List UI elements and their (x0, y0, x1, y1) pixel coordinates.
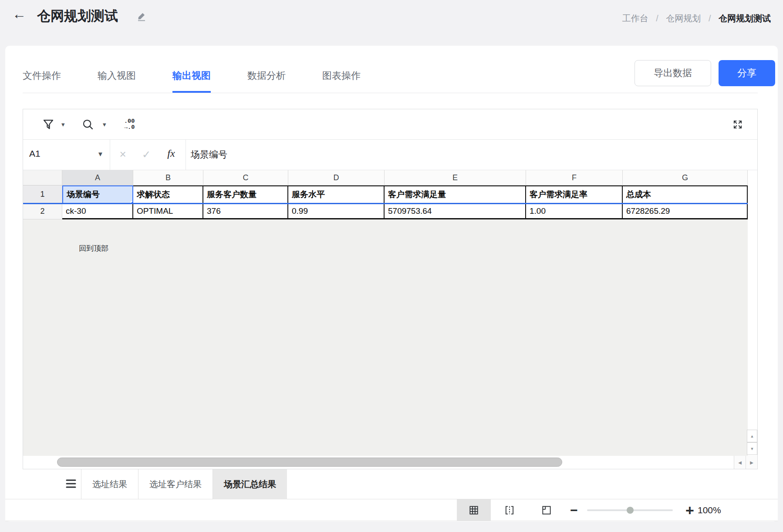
cell-B1[interactable]: 求解状态 (133, 185, 203, 204)
sheet-toolbar: ▾ ▾ .00 →.0 (23, 109, 757, 140)
cell-F2[interactable]: 1.00 (526, 204, 623, 219)
tab-input-view[interactable]: 输入视图 (98, 69, 136, 93)
tab-file-operations[interactable]: 文件操作 (23, 69, 61, 93)
sheet-tab-scenario-summary[interactable]: 场景汇总结果 (213, 469, 287, 499)
cell-G1[interactable]: 总成本 (623, 185, 748, 204)
formula-content: 场景编号 (191, 148, 227, 161)
column-header-G[interactable]: G (623, 170, 748, 185)
horizontal-scrollbar: ◀ ▶ (23, 456, 757, 469)
fullscreen-icon[interactable] (732, 109, 743, 140)
formula-separator (186, 140, 186, 170)
scroll-right-icon[interactable]: ▶ (746, 456, 757, 469)
breadcrumb: 工作台 / 仓网规划 / 仓网规划测试 (622, 13, 771, 24)
cell-C1[interactable]: 服务客户数量 (203, 185, 288, 204)
breadcrumb-workbench[interactable]: 工作台 (622, 13, 648, 23)
page-title: 仓网规划测试 (37, 7, 118, 25)
formula-cancel-icon[interactable]: × (116, 148, 129, 161)
select-all-corner[interactable] (23, 170, 62, 185)
breadcrumb-warehouse-planning[interactable]: 仓网规划 (666, 13, 701, 23)
scroll-down-icon[interactable]: ▼ (747, 442, 757, 455)
search-dropdown-icon[interactable]: ▾ (103, 109, 106, 140)
filter-dropdown-icon[interactable]: ▾ (61, 109, 65, 140)
number-format-line2: →.0 (124, 125, 135, 131)
back-to-top-link[interactable]: 回到顶部 (79, 243, 108, 253)
sheet-tab-bar: 选址结果 选址客户结果 场景汇总结果 (5, 469, 778, 499)
sheet-right-gutter: ▲ ▼ (748, 170, 757, 457)
back-button[interactable]: ← (12, 7, 26, 21)
tab-output-view[interactable]: 输出视图 (172, 69, 211, 93)
sheet-tabs: 选址结果 选址客户结果 场景汇总结果 (81, 469, 287, 499)
cell-E2[interactable]: 5709753.64 (385, 204, 526, 219)
row-header-2[interactable]: 2 (23, 204, 62, 219)
breadcrumb-separator: / (656, 13, 658, 23)
horizontal-scrollbar-thumb[interactable] (57, 458, 562, 467)
share-button[interactable]: 分享 (719, 60, 775, 86)
cell-reference: A1 (29, 148, 40, 159)
zoom-in-button[interactable]: + (679, 499, 700, 521)
column-header-A[interactable]: A (62, 170, 133, 185)
normal-view-button[interactable] (457, 499, 491, 521)
sheet-tab-site-customer-results[interactable]: 选址客户结果 (138, 469, 213, 499)
formula-confirm-icon[interactable]: ✓ (140, 148, 153, 161)
main-card: 文件操作 输入视图 输出视图 数据分析 图表操作 导出数据 分享 ▾ ▾ (5, 46, 778, 522)
formula-bar: A1 ▼ × ✓ fx 场景编号 (23, 140, 757, 170)
cell-A2[interactable]: ck-30 (62, 204, 133, 219)
page-header: ← 仓网规划测试 工作台 / 仓网规划 / 仓网规划测试 (0, 0, 783, 46)
tab-chart-operations[interactable]: 图表操作 (322, 69, 361, 93)
number-format-icon[interactable]: .00 →.0 (124, 109, 135, 140)
row-header-1[interactable]: 1 (23, 185, 62, 204)
breadcrumb-current: 仓网规划测试 (719, 13, 771, 23)
filter-icon[interactable] (42, 109, 55, 140)
cell-D1[interactable]: 服务水平 (288, 185, 385, 204)
cell-A1[interactable]: 场景编号 (62, 185, 133, 204)
column-header-row: A B C D E F G (23, 170, 748, 185)
sheet-grid: A B C D E F G 1 场景编号 求解状态 服务客户数量 服务水平 客户… (23, 170, 757, 457)
cell-C2[interactable]: 376 (203, 204, 288, 219)
name-box-dropdown-icon[interactable]: ▼ (97, 150, 104, 158)
formula-fx-icon[interactable]: fx (163, 148, 179, 159)
status-bar: − + 100% (5, 499, 778, 521)
cell-F1[interactable]: 客户需求满足率 (526, 185, 623, 204)
edit-title-icon[interactable] (136, 10, 147, 22)
column-header-E[interactable]: E (385, 170, 526, 185)
cell-G2[interactable]: 6728265.29 (623, 204, 748, 219)
sheet-list-menu-icon[interactable] (65, 478, 77, 489)
scroll-left-icon[interactable]: ◀ (734, 456, 746, 469)
zoom-out-button[interactable]: − (564, 499, 584, 521)
cell-D2[interactable]: 0.99 (288, 204, 385, 219)
column-header-D[interactable]: D (288, 170, 385, 185)
page-layout-button[interactable] (536, 499, 557, 521)
cell-A1-text: 场景编号 (67, 189, 100, 200)
number-format-line1: .00 (124, 118, 135, 125)
search-icon[interactable] (81, 109, 94, 140)
table-row-1: 1 场景编号 求解状态 服务客户数量 服务水平 客户需求满足量 客户需求满足率 … (23, 185, 748, 204)
tab-data-analysis[interactable]: 数据分析 (247, 69, 286, 93)
zoom-level-label: 100% (698, 505, 721, 515)
table-row-2: 2 ck-30 OPTIMAL 376 0.99 5709753.64 1.00… (23, 204, 748, 219)
scroll-up-icon[interactable]: ▲ (747, 430, 757, 442)
sheet-canvas: 回到顶部 (23, 219, 748, 457)
column-header-C[interactable]: C (203, 170, 288, 185)
split-view-button[interactable] (499, 499, 520, 521)
cell-name-box[interactable]: A1 ▼ (23, 140, 110, 170)
frozen-row-indicator (23, 203, 748, 204)
spreadsheet: ▾ ▾ .00 →.0 (23, 109, 758, 469)
cell-E1[interactable]: 客户需求满足量 (385, 185, 526, 204)
export-data-button[interactable]: 导出数据 (634, 60, 711, 86)
breadcrumb-separator: / (709, 13, 711, 23)
column-header-B[interactable]: B (133, 170, 203, 185)
column-header-F[interactable]: F (526, 170, 623, 185)
cell-B2[interactable]: OPTIMAL (133, 204, 203, 219)
zoom-slider-thumb[interactable] (627, 507, 634, 514)
sheet-tab-site-results[interactable]: 选址结果 (81, 469, 138, 499)
